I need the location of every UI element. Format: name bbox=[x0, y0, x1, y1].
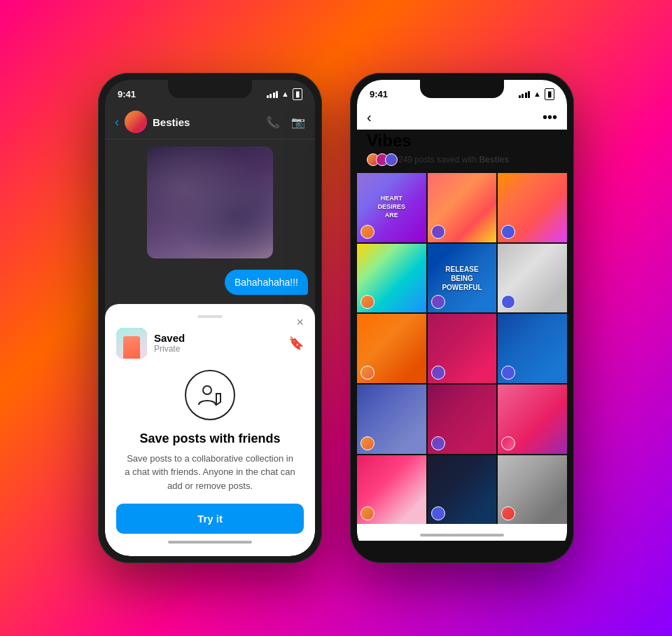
phone1-screen: 9:41 ▲ ▮ ‹ Besties 📞 📷 bbox=[105, 80, 315, 556]
save-posts-sheet: Saved Private 🔖 × bbox=[105, 304, 315, 557]
grid-cell-10[interactable] bbox=[357, 385, 426, 454]
grid-cell-3[interactable] bbox=[498, 173, 567, 242]
signal-icon-1 bbox=[267, 90, 279, 98]
messenger-header-icons: 📞 📷 bbox=[266, 116, 305, 129]
grid-avatar-12 bbox=[501, 436, 515, 450]
group-avatar bbox=[125, 111, 147, 133]
collaborator-avatars bbox=[367, 153, 394, 166]
grid-avatar-9 bbox=[501, 366, 515, 380]
grid-cell-5[interactable]: RELEASEBEINGPOWERFUL bbox=[428, 244, 497, 313]
close-sheet-button[interactable]: × bbox=[296, 315, 304, 330]
bookmark-icon: 🔖 bbox=[288, 336, 304, 351]
grid-cell-4[interactable] bbox=[357, 244, 426, 313]
grid-text-overlay-1: HEARTDESIRESARE bbox=[378, 195, 406, 220]
grid-avatar-1 bbox=[360, 225, 374, 239]
insta-header: ‹ ••• bbox=[357, 105, 567, 130]
grid-cell-14[interactable] bbox=[428, 455, 497, 525]
notch bbox=[168, 80, 252, 98]
grid-cell-2[interactable] bbox=[428, 173, 497, 242]
grid-avatar-15 bbox=[501, 506, 515, 520]
grid-cell-6[interactable] bbox=[498, 244, 567, 313]
phone-messenger: 9:41 ▲ ▮ ‹ Besties 📞 📷 bbox=[98, 73, 322, 563]
grid-avatar-8 bbox=[431, 366, 445, 380]
collection-meta: 249 posts saved with Besties bbox=[357, 153, 567, 173]
home-indicator-2 bbox=[420, 534, 504, 537]
sheet-collection-header: Saved Private 🔖 × bbox=[116, 328, 304, 359]
grid-cell-8[interactable] bbox=[428, 314, 497, 383]
grid-avatar-5 bbox=[431, 295, 445, 309]
wifi-icon-1: ▲ bbox=[281, 90, 289, 98]
signal-icon-2 bbox=[519, 90, 531, 98]
sheet-illustration bbox=[116, 370, 304, 420]
grid-avatar-6 bbox=[501, 295, 515, 309]
collection-avatar bbox=[116, 328, 147, 359]
status-icons-1: ▲ ▮ bbox=[267, 88, 302, 100]
grid-avatar-13 bbox=[360, 506, 374, 520]
status-icons-2: ▲ ▮ bbox=[519, 88, 554, 100]
grid-text-overlay-5: RELEASEBEINGPOWERFUL bbox=[442, 265, 482, 292]
time-1: 9:41 bbox=[118, 89, 136, 99]
grid-cell-11[interactable] bbox=[428, 385, 497, 454]
grid-avatar-7 bbox=[360, 366, 374, 380]
sheet-title: Save posts with friends bbox=[116, 431, 304, 446]
group-name: Besties bbox=[153, 116, 260, 128]
person-bookmark-icon bbox=[185, 370, 235, 420]
grid-avatar-4 bbox=[360, 295, 374, 309]
wifi-icon-2: ▲ bbox=[533, 90, 541, 98]
try-it-button[interactable]: Try it bbox=[116, 504, 304, 534]
grid-avatar-2 bbox=[431, 225, 445, 239]
battery-icon-1: ▮ bbox=[293, 88, 302, 100]
collection-info: Saved Private bbox=[154, 332, 281, 354]
sheet-description: Save posts to a collaborative collection… bbox=[116, 452, 304, 493]
grid-avatar-14 bbox=[431, 506, 445, 520]
collection-page-title: Vibes bbox=[357, 130, 567, 153]
sheet-handle bbox=[197, 315, 223, 318]
chat-bubble: Bahahahaha!!! bbox=[225, 270, 308, 295]
messenger-header: ‹ Besties 📞 📷 bbox=[105, 105, 315, 139]
grid-cell-13[interactable] bbox=[357, 455, 426, 525]
svg-point-0 bbox=[203, 386, 211, 394]
battery-icon-2: ▮ bbox=[545, 88, 554, 100]
back-button-1[interactable]: ‹ bbox=[115, 115, 119, 130]
video-icon[interactable]: 📷 bbox=[291, 116, 305, 129]
grid-avatar-10 bbox=[360, 436, 374, 450]
collection-title: Saved bbox=[154, 332, 281, 344]
grid-cell-12[interactable] bbox=[498, 385, 567, 454]
collection-meta-text: 249 posts saved with Besties bbox=[398, 155, 509, 165]
collection-privacy: Private bbox=[154, 344, 281, 354]
grid-cell-7[interactable] bbox=[357, 314, 426, 383]
shared-image bbox=[147, 146, 273, 258]
home-indicator-1 bbox=[168, 541, 252, 544]
grid-avatar-3 bbox=[501, 225, 515, 239]
grid-avatar-11 bbox=[431, 436, 445, 450]
phone2-screen: 9:41 ▲ ▮ ‹ ••• Vibes bbox=[357, 80, 567, 556]
grid-cell-15[interactable] bbox=[498, 455, 567, 525]
more-options-icon[interactable]: ••• bbox=[542, 109, 557, 125]
grid-cell-1[interactable]: HEARTDESIRESARE bbox=[357, 173, 426, 242]
saved-posts-grid: HEARTDESIRESARE RELEASEBEINGPOWERFUL bbox=[357, 173, 567, 524]
call-icon[interactable]: 📞 bbox=[266, 116, 280, 129]
phone-instagram: 9:41 ▲ ▮ ‹ ••• Vibes bbox=[350, 73, 574, 563]
time-2: 9:41 bbox=[370, 89, 388, 99]
back-button-2[interactable]: ‹ bbox=[367, 109, 372, 125]
notch-2 bbox=[420, 80, 504, 98]
collaborator-avatar-3 bbox=[385, 153, 398, 166]
grid-cell-9[interactable] bbox=[498, 314, 567, 383]
